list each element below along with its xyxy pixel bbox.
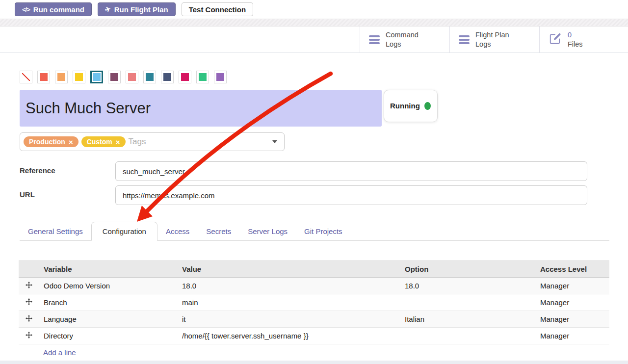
- cell-option[interactable]: [400, 328, 536, 344]
- color-swatch-green[interactable]: [196, 71, 209, 83]
- add-line-row: Add a line: [19, 344, 609, 361]
- tab-git-projects[interactable]: Git Projects: [296, 222, 351, 240]
- record-title-input[interactable]: Such Much Server: [20, 90, 382, 127]
- status-button[interactable]: Running: [384, 90, 438, 122]
- cell-value[interactable]: main: [178, 294, 400, 311]
- cell-variable[interactable]: Odoo Demo Version: [39, 278, 178, 294]
- cell-access-level[interactable]: Manager: [536, 294, 609, 311]
- column-variable[interactable]: Variable: [39, 261, 178, 278]
- test-connection-button[interactable]: Test Connection: [182, 2, 253, 16]
- column-access-level[interactable]: Access Level: [536, 261, 609, 278]
- color-swatch-red[interactable]: [37, 71, 50, 83]
- table-header-row: Variable Value Option Access Level: [19, 261, 609, 278]
- configuration-table: Variable Value Option Access Level Odoo …: [19, 260, 609, 361]
- drag-handle-icon[interactable]: [19, 328, 39, 344]
- color-swatch-none[interactable]: [20, 71, 32, 83]
- files-label: Files: [568, 40, 583, 49]
- tab-access[interactable]: Access: [157, 222, 198, 240]
- cell-value[interactable]: it: [178, 311, 400, 328]
- command-logs-line2: Logs: [386, 40, 419, 49]
- files-count: 0: [568, 30, 583, 39]
- column-value[interactable]: Value: [178, 261, 400, 278]
- flight-plan-logs-line1: Flight Plan: [475, 30, 509, 39]
- form-header-band: Command Logs Flight Plan Logs 0 Files: [0, 26, 628, 53]
- cell-option[interactable]: 18.0: [400, 278, 536, 294]
- cell-access-level[interactable]: Manager: [536, 278, 609, 294]
- flight-plan-logs-line2: Logs: [475, 40, 509, 49]
- run-command-button[interactable]: </> Run command: [15, 2, 92, 16]
- test-connection-label: Test Connection: [189, 5, 246, 14]
- color-picker: [20, 71, 609, 83]
- drag-handle-icon[interactable]: [19, 278, 39, 294]
- tag-custom: Custom ×: [81, 136, 126, 147]
- tags-field[interactable]: Production × Custom × Tags: [20, 132, 285, 151]
- drag-handle-icon[interactable]: [19, 294, 39, 311]
- reference-label: Reference: [20, 166, 115, 175]
- url-value: https://memes.example.com: [123, 191, 215, 200]
- list-icon: [459, 35, 470, 44]
- status-label: Running: [390, 101, 417, 111]
- color-swatch-yellow[interactable]: [73, 71, 85, 83]
- cell-variable[interactable]: Branch: [39, 294, 178, 311]
- tag-custom-label: Custom: [87, 138, 112, 146]
- run-flight-plan-label: Run Flight Plan: [114, 5, 168, 14]
- action-bar: </> Run command ✈ Run Flight Plan Test C…: [0, 0, 628, 19]
- remove-tag-icon[interactable]: ×: [69, 138, 73, 146]
- table-row[interactable]: Odoo Demo Version 18.0 18.0 Manager: [19, 278, 609, 294]
- color-swatch-salmon[interactable]: [126, 71, 138, 83]
- edit-square-icon: [549, 32, 562, 47]
- run-flight-plan-button[interactable]: ✈ Run Flight Plan: [98, 2, 176, 16]
- run-command-label: Run command: [33, 5, 84, 14]
- column-option[interactable]: Option: [400, 261, 536, 278]
- url-input[interactable]: https://memes.example.com: [115, 185, 587, 205]
- bottom-strip: [0, 361, 628, 364]
- reference-value: such_much_server: [123, 167, 185, 176]
- tab-server-logs[interactable]: Server Logs: [239, 222, 296, 240]
- color-swatch-light-blue-selected[interactable]: [90, 71, 103, 83]
- files-button[interactable]: 0 Files: [539, 26, 628, 52]
- chevron-down-icon[interactable]: [272, 140, 277, 143]
- table-row[interactable]: Language it Italian Manager: [19, 311, 609, 328]
- cell-option[interactable]: Italian: [400, 311, 536, 328]
- cell-variable[interactable]: Language: [39, 311, 178, 328]
- notebook-tabs: General Settings Configuration Access Se…: [20, 222, 609, 241]
- flight-plan-logs-button[interactable]: Flight Plan Logs: [449, 26, 539, 52]
- tags-placeholder: Tags: [129, 137, 146, 147]
- record-title-text: Such Much Server: [26, 100, 151, 117]
- no-color-icon: [22, 73, 30, 81]
- tag-production: Production ×: [24, 136, 78, 147]
- cell-value[interactable]: 18.0: [178, 278, 400, 294]
- list-icon: [369, 35, 380, 44]
- color-swatch-teal[interactable]: [143, 71, 156, 83]
- color-swatch-purple[interactable]: [214, 71, 227, 83]
- command-logs-line1: Command: [386, 30, 419, 39]
- table-row[interactable]: Branch main Manager: [19, 294, 609, 311]
- command-logs-button[interactable]: Command Logs: [360, 26, 449, 52]
- tab-configuration[interactable]: Configuration: [91, 222, 157, 241]
- add-a-line-link[interactable]: Add a line: [43, 348, 76, 357]
- remove-tag-icon[interactable]: ×: [116, 138, 120, 146]
- cell-variable[interactable]: Directory: [39, 328, 178, 344]
- color-swatch-magenta[interactable]: [179, 71, 191, 83]
- tag-production-label: Production: [29, 138, 65, 146]
- tab-secrets[interactable]: Secrets: [198, 222, 239, 240]
- url-label: URL: [20, 190, 115, 199]
- cell-access-level[interactable]: Manager: [536, 311, 609, 328]
- form-sheet: Such Much Server Running Production × Cu…: [0, 71, 628, 361]
- status-dot-icon: [424, 102, 431, 110]
- code-icon: </>: [22, 6, 30, 13]
- cell-access-level[interactable]: Manager: [536, 328, 609, 344]
- reference-input[interactable]: such_much_server: [115, 161, 587, 181]
- paper-plane-icon: ✈: [104, 4, 112, 14]
- cell-option[interactable]: [400, 294, 536, 311]
- table-row[interactable]: Directory /home/{{ tower.server.ssh_user…: [19, 328, 609, 344]
- cell-value[interactable]: /home/{{ tower.server.ssh_username }}: [178, 328, 400, 344]
- color-swatch-dark-blue[interactable]: [161, 71, 174, 83]
- decorative-strip: [0, 19, 628, 26]
- drag-handle-icon[interactable]: [19, 311, 39, 328]
- color-swatch-orange[interactable]: [55, 71, 68, 83]
- tab-general-settings[interactable]: General Settings: [20, 222, 91, 240]
- color-swatch-dark-purple[interactable]: [108, 71, 121, 83]
